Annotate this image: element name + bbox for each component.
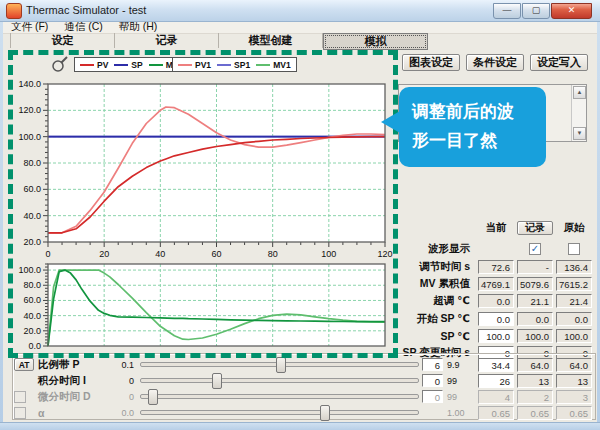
table-cell-slot: 0.65 [556,406,592,420]
app-icon [6,3,22,19]
slider-min-label: 0 [104,376,140,386]
slider-value-input: 0 [422,390,443,403]
table-cell-slot: 13 [517,374,553,388]
autotune-button[interactable]: AT [14,358,34,371]
slider-label: 比例带 P [38,358,104,372]
row-label: SP ℃ [398,330,475,342]
table-value-current[interactable]: 0.0 [478,312,514,326]
scroll-up-icon[interactable]: ▲ [573,86,586,99]
table-value-record: 21.1 [517,294,553,308]
table-value-original: 0.0 [556,312,592,326]
table-cell-slot: 72.6 [478,260,514,274]
svg-text:100.0: 100.0 [18,265,41,275]
title-bar[interactable]: Thermac Simulator - test — ▢ ✕ [0,0,600,22]
legend-item-sp: SP [114,60,142,70]
waveform-record-checkbox[interactable]: ✓ [529,243,541,255]
record-button[interactable]: 记录 [517,221,553,235]
slider-row-control [14,407,38,419]
table-cell-slot: 0.65 [517,406,553,420]
pv-sp-chart: 20.040.060.080.0100.0120.0140.0020406080… [14,76,394,258]
slider-value-original: 13 [556,374,592,388]
menu-communication[interactable]: 通信 (C) [64,20,103,34]
write-settings-button[interactable]: 设定写入 [530,54,588,71]
table-cell-slot: 26 [478,374,514,388]
slider-track[interactable] [140,378,419,383]
slider-value-input[interactable]: 6 [422,358,443,371]
zoom-icon[interactable] [50,54,70,74]
table-cell-slot: - [517,260,553,274]
tab-settings[interactable]: 设定 [10,33,115,48]
table-cell-slot: 100.0 [556,329,592,343]
legend-recorded: PV1SP1MV1 [172,57,297,72]
slider-max-label: 9.9 [443,360,475,370]
mv-chart: 0.020.040.060.080.0100.0 [14,258,394,350]
close-button[interactable]: ✕ [551,3,592,19]
slider-track[interactable] [140,394,419,399]
slider-track[interactable] [140,410,419,415]
table-value-current: 72.6 [478,260,514,274]
table-cell-slot: 0.0 [478,294,514,308]
legend-item-mv1: MV1 [256,60,290,70]
tab-record[interactable]: 记录 [115,33,219,48]
slider-value-current[interactable]: 34.4 [478,358,514,372]
slider-max-label: 99 [443,392,475,402]
table-cell-slot: 64.0 [517,358,553,372]
menu-help[interactable]: 帮助 (H) [119,20,158,34]
slider-track[interactable] [140,362,419,367]
svg-text:80.0: 80.0 [23,280,41,290]
table-value-current[interactable]: 100.0 [478,329,514,343]
tab-simulation[interactable]: 模拟 [323,33,428,50]
table-value-original: 21.4 [556,294,592,308]
maximize-button[interactable]: ▢ [522,3,550,19]
slider-value-record: 0.65 [517,406,553,420]
tab-model-create[interactable]: 模型创建 [219,33,323,48]
slider-value-record: 2 [517,390,553,404]
legend-item-pv: PV [80,60,108,70]
table-value-current: 4769.1 [478,277,514,291]
row-label: 波形显示 [398,242,475,256]
slider-value-original: 64.0 [556,358,592,372]
svg-text:60: 60 [211,249,221,258]
condition-settings-button[interactable]: 条件设定 [466,54,524,71]
svg-text:60.0: 60.0 [23,184,41,194]
slider-row-control [14,391,38,403]
svg-text:140.0: 140.0 [18,79,41,89]
slider-min-label: 0.1 [104,360,140,370]
table-cell-slot: 21.1 [517,294,553,308]
svg-text:120.0: 120.0 [18,105,41,115]
svg-text:80: 80 [268,249,278,258]
table-cell-slot: 3 [556,390,592,404]
svg-text:40: 40 [155,249,165,258]
table-row: MV 累积值4769.15079.67615.2 [398,276,592,291]
slider-enable-checkbox [14,407,26,419]
legend-item-sp1: SP1 [217,60,250,70]
column-original: 原始 [564,221,585,235]
waveform-original-checkbox[interactable] [568,243,580,255]
menu-file[interactable]: 文件 (F) [11,20,48,34]
slider-row-control: AT [14,358,38,371]
callout-tail [381,111,400,133]
table-cell-slot: 21.4 [556,294,592,308]
table-cell-slot: 34.4 [478,358,514,372]
table-cell-slot: 13 [556,374,592,388]
scroll-down-icon[interactable]: ▼ [573,127,586,140]
legend-line-icon [217,64,231,66]
slider-value-input[interactable]: 0 [422,374,443,387]
chart-settings-button[interactable]: 图表设定 [402,54,460,71]
table-cell-slot: 4 [478,390,514,404]
slider-value-current[interactable]: 26 [478,374,514,388]
legend-line-icon [178,64,192,66]
slider-thumb[interactable] [276,357,286,373]
slider-row-4: α0.01.000.650.650.65 [14,405,592,420]
slider-thumb[interactable] [212,373,222,389]
svg-text:80.0: 80.0 [23,158,41,168]
minimize-button[interactable]: — [493,3,521,19]
side-panel-scrollbar[interactable]: ▲ ▼ [571,85,586,141]
table-cell-slot: 2 [517,390,553,404]
svg-text:40.0: 40.0 [23,311,41,321]
window-border-left [0,0,3,430]
slider-value-current: 4 [478,390,514,404]
svg-text:60.0: 60.0 [23,295,41,305]
slider-max-label: 99 [443,376,475,386]
legend-line-icon [256,64,270,66]
